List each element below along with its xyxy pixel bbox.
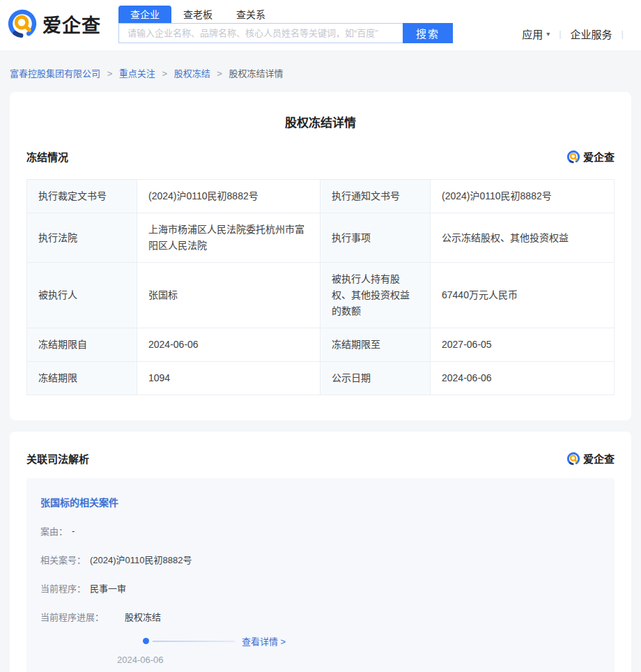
nav-separator: | (559, 29, 561, 39)
aiqicha-logo-text: 爱企查 (583, 451, 615, 466)
tab-company[interactable]: 查企业 (118, 6, 171, 23)
table-value: 1094 (137, 362, 320, 395)
tab-boss[interactable]: 查老板 (171, 6, 224, 23)
judicial-section-title: 关联司法解析 (26, 451, 89, 466)
timeline-date: 2024-06-06 (117, 655, 601, 665)
breadcrumb-key-focus-link[interactable]: 重点关注 (119, 68, 155, 79)
breadcrumb-company-link[interactable]: 富春控股集团有限公司 (10, 68, 100, 79)
related-case-panel: 张国标的相关案件 案由： - 相关案号： (2024)沪0110民初8882号 … (26, 478, 615, 672)
breadcrumb-separator: > (162, 68, 168, 79)
table-value: 2024-06-06 (431, 362, 614, 395)
related-case-link[interactable]: 张国标的相关案件 (40, 495, 118, 509)
case-field-number: 相关案号： (2024)沪0110民初8882号 (40, 553, 601, 566)
page-title: 股权冻结详情 (26, 113, 615, 130)
search-block: 查企业 查老板 查关系 搜索 (118, 6, 453, 43)
aiqicha-logo[interactable]: 爱企查 (7, 8, 113, 39)
nav-separator: | (621, 29, 624, 39)
table-value: 2027-06-05 (431, 328, 614, 362)
table-label: 冻结期限至 (320, 328, 431, 362)
case-field-procedure: 当前程序： 民事一审 (40, 581, 601, 595)
aiqicha-watermark-logo: 爱企查 (566, 149, 615, 164)
breadcrumb-equity-freeze-link[interactable]: 股权冻结 (174, 68, 210, 79)
table-value: 张国标 (137, 263, 320, 328)
table-label: 执行法院 (27, 213, 137, 263)
breadcrumb: 富春控股集团有限公司 > 重点关注 > 股权冻结 > 股权冻结详情 (0, 50, 641, 92)
view-details-link[interactable]: 查看详情 > (242, 634, 286, 648)
table-value: 2024-06-06 (137, 328, 320, 362)
table-value: (2024)沪0110民初8882号 (137, 180, 320, 213)
search-tabs: 查企业 查老板 查关系 (118, 6, 453, 23)
table-label: 被执行人持有股权、其他投资权益的数额 (320, 263, 431, 328)
case-field-progress: 当前程序进展： 股权冻结 (40, 610, 601, 623)
freeze-info-table: 执行裁定文书号 (2024)沪0110民初8882号 执行通知文书号 (2024… (26, 179, 615, 395)
aiqicha-watermark-logo: 爱企查 (566, 451, 615, 466)
timeline-dot-icon (143, 638, 149, 644)
freeze-section-title: 冻结情况 (26, 149, 68, 164)
table-value: 上海市杨浦区人民法院委托杭州市富阳区人民法院 (137, 213, 320, 263)
nav-enterprise-services[interactable]: 企业服务 (571, 26, 612, 41)
top-nav: 应用 ▾ | 企业服务 | (522, 26, 634, 41)
case-field-cause: 案由： - (40, 524, 601, 537)
aiqicha-logo-icon (566, 452, 580, 466)
aiqicha-logo-icon (7, 8, 38, 39)
table-label: 执行事项 (320, 213, 431, 263)
table-label: 被执行人 (27, 263, 137, 328)
table-value: 67440万元人民币 (431, 263, 614, 328)
aiqicha-logo-icon (566, 150, 580, 164)
table-label: 执行裁定文书号 (27, 180, 137, 213)
header: 爱企查 查企业 查老板 查关系 搜索 应用 ▾ | 企业服务 | (0, 0, 641, 50)
table-label: 执行通知文书号 (320, 180, 431, 213)
search-input[interactable] (118, 23, 403, 43)
tab-relation[interactable]: 查关系 (224, 6, 277, 23)
chevron-down-icon: ▾ (546, 30, 550, 38)
aiqicha-logo-text: 爱企查 (583, 149, 615, 164)
table-value: 公示冻结股权、其他投资权益 (431, 213, 614, 263)
table-label: 冻结期限自 (27, 328, 137, 362)
timeline-line (153, 641, 235, 642)
search-button[interactable]: 搜索 (403, 23, 453, 43)
table-label: 冻结期限 (27, 362, 137, 395)
judicial-analysis-card: 关联司法解析 爱企查 张国标的相关案件 案由： - 相关案号： (2024)沪0… (10, 432, 631, 672)
nav-apps[interactable]: 应用 ▾ (522, 26, 550, 41)
table-label: 公示日期 (320, 362, 431, 395)
table-value: (2024)沪0110民初8882号 (431, 180, 614, 213)
breadcrumb-separator: > (107, 68, 113, 79)
freeze-detail-card: 股权冻结详情 冻结情况 爱企查 执行裁定文书号 (2024)沪0110民初888… (10, 92, 631, 420)
aiqicha-logo-text: 爱企查 (43, 10, 101, 38)
breadcrumb-current: 股权冻结详情 (229, 68, 284, 79)
breadcrumb-separator: > (217, 68, 222, 79)
case-timeline: 查看详情 > (143, 634, 601, 648)
